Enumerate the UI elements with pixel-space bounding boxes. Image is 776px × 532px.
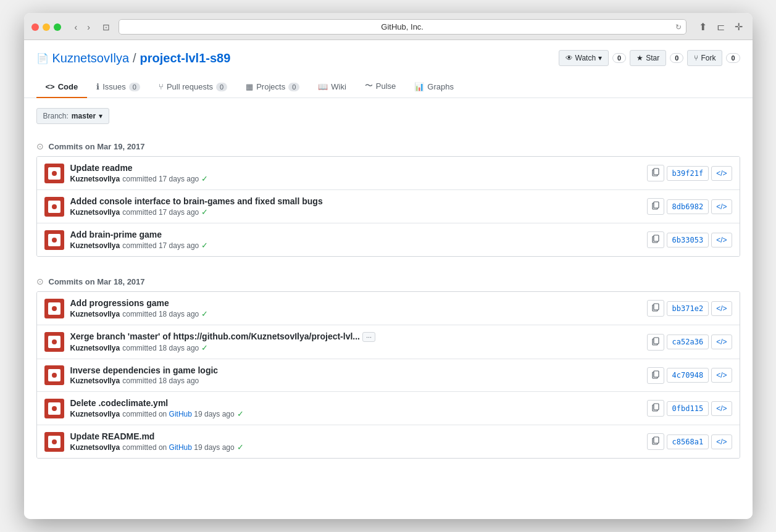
- branch-selector: Branch: master ▾: [36, 108, 740, 124]
- commit-author[interactable]: KuznetsovIlya: [70, 208, 120, 217]
- commit-author[interactable]: KuznetsovIlya: [70, 175, 120, 183]
- svg-rect-11: [654, 371, 659, 377]
- commit-message[interactable]: Inverse dependencies in game logic: [70, 365, 641, 375]
- tab-projects[interactable]: ▦ Projects 0: [236, 77, 309, 98]
- copy-hash-button[interactable]: [647, 165, 664, 181]
- share-button[interactable]: ⬆: [696, 20, 709, 34]
- github-link[interactable]: GitHub: [169, 443, 192, 452]
- copy-hash-button[interactable]: [647, 367, 664, 384]
- commit-message[interactable]: Added console interface to brain-games a…: [70, 196, 641, 206]
- copy-hash-button[interactable]: [647, 231, 664, 248]
- page-content: 📄 KuznetsovIlya / project-lvl1-s89 👁 Wat…: [24, 40, 753, 519]
- projects-icon: ▦: [246, 82, 253, 91]
- minimize-button[interactable]: [43, 23, 50, 31]
- repo-owner-link[interactable]: KuznetsovIlya: [52, 51, 130, 65]
- browse-code-button[interactable]: </>: [711, 166, 732, 181]
- tab-view-button[interactable]: ⊡: [99, 21, 114, 33]
- close-button[interactable]: [31, 23, 39, 31]
- commit-author[interactable]: KuznetsovIlya: [70, 443, 120, 452]
- browse-code-button[interactable]: </>: [711, 199, 732, 214]
- watch-button[interactable]: 👁 Watch ▾: [559, 50, 609, 66]
- commit-meta-text: committed 17 days ago: [122, 208, 199, 217]
- commit-author[interactable]: KuznetsovIlya: [70, 376, 120, 385]
- tab-pullrequests[interactable]: ⑂ Pull requests 0: [149, 77, 236, 98]
- browse-code-button[interactable]: </>: [711, 301, 732, 316]
- tab-pulse[interactable]: 〜 Pulse: [356, 75, 406, 98]
- browse-code-button[interactable]: </>: [711, 401, 732, 416]
- fullscreen-button[interactable]: [54, 23, 61, 31]
- star-count: 0: [670, 53, 683, 63]
- browse-code-button[interactable]: </>: [711, 368, 732, 383]
- svg-rect-3: [654, 202, 659, 208]
- commit-hash-button[interactable]: c8568a1: [667, 434, 709, 449]
- watch-label: Watch: [575, 54, 596, 62]
- commit-item: Xerge branch 'master' of https://github.…: [37, 325, 740, 359]
- commit-meta: KuznetsovIlya committed 17 days ago ✓: [70, 174, 641, 183]
- tab-graphs[interactable]: 📊 Graphs: [405, 77, 463, 98]
- commit-meta-text: committed 18 days ago: [122, 344, 199, 352]
- browse-code-button[interactable]: </>: [711, 434, 732, 449]
- repo-header: 📄 KuznetsovIlya / project-lvl1-s89 👁 Wat…: [24, 40, 753, 98]
- commit-group-title-0: Commits on Mar 19, 2017: [49, 142, 145, 151]
- svg-rect-13: [654, 404, 659, 410]
- browser-window: ‹ › ⊡ 🔒 GitHub, Inc. ↻ ⬆ ⊏ ✛ 📄 Kuznetsov…: [24, 13, 753, 519]
- watch-count: 0: [612, 53, 626, 63]
- commit-author[interactable]: KuznetsovIlya: [70, 410, 120, 418]
- commit-item: Added console interface to brain-games a…: [37, 190, 740, 223]
- traffic-lights: [31, 23, 61, 31]
- tab-issues[interactable]: ℹ Issues 0: [87, 77, 149, 98]
- github-link[interactable]: GitHub: [169, 410, 192, 418]
- tab-code[interactable]: <> Code: [36, 77, 88, 98]
- branch-button[interactable]: Branch: master ▾: [36, 108, 110, 124]
- sidebar-button[interactable]: ⊏: [714, 20, 727, 34]
- commit-message[interactable]: Add progressions game: [70, 298, 641, 308]
- commit-hash-button[interactable]: 6b33053: [667, 233, 709, 247]
- browse-code-button[interactable]: </>: [711, 233, 732, 247]
- commit-item: Delete .codeclimate.yml KuznetsovIlya co…: [37, 392, 740, 425]
- commit-actions: 8db6982 </>: [647, 198, 732, 215]
- avatar: [44, 432, 64, 452]
- commit-actions: ca52a36 </>: [647, 334, 732, 351]
- copy-hash-button[interactable]: [647, 334, 664, 351]
- eye-icon: 👁: [565, 54, 573, 62]
- commit-hash-button[interactable]: 8db6982: [667, 199, 709, 214]
- repo-name-link[interactable]: project-lvl1-s89: [140, 51, 231, 65]
- reload-icon[interactable]: ↻: [675, 23, 682, 31]
- commit-hash-button[interactable]: 4c70948: [667, 368, 709, 383]
- star-button[interactable]: ★ Star: [630, 50, 666, 66]
- fork-count: 0: [726, 53, 740, 63]
- commit-message[interactable]: Update README.md: [70, 431, 641, 441]
- commit-message[interactable]: Add brain-prime game: [70, 230, 641, 239]
- tab-graphs-label: Graphs: [427, 82, 454, 91]
- browse-code-button[interactable]: </>: [711, 335, 732, 349]
- repo-icon: 📄: [36, 52, 49, 64]
- copy-hash-button[interactable]: [647, 198, 664, 215]
- commit-author[interactable]: KuznetsovIlya: [70, 241, 120, 250]
- svg-rect-15: [654, 437, 659, 443]
- commit-hash-button[interactable]: bb371e2: [667, 301, 709, 316]
- copy-hash-button[interactable]: [647, 300, 664, 317]
- commit-item: Update README.md KuznetsovIlya committed…: [37, 425, 740, 458]
- copy-hash-button[interactable]: [647, 433, 664, 450]
- avatar: [44, 230, 64, 250]
- commit-hash-button[interactable]: b39f21f: [667, 166, 709, 181]
- forward-button[interactable]: ›: [83, 21, 94, 33]
- commit-author[interactable]: KuznetsovIlya: [70, 344, 120, 352]
- new-tab-button[interactable]: ✛: [732, 20, 745, 34]
- branch-label: Branch:: [43, 112, 69, 120]
- ellipsis-button[interactable]: ···: [362, 332, 375, 342]
- address-bar[interactable]: GitHub, Inc.: [119, 19, 686, 35]
- fork-button[interactable]: ⑂ Fork: [687, 50, 722, 66]
- commit-meta-text: committed 18 days ago: [122, 310, 199, 318]
- copy-hash-button[interactable]: [647, 400, 664, 417]
- commit-message[interactable]: Xerge branch 'master' of https://github.…: [70, 331, 641, 342]
- back-button[interactable]: ‹: [71, 21, 81, 33]
- commit-hash-button[interactable]: 0fbd115: [667, 401, 709, 416]
- commit-message[interactable]: Delete .codeclimate.yml: [70, 398, 641, 408]
- tab-wiki[interactable]: 📖 Wiki: [309, 77, 356, 98]
- commit-hash-button[interactable]: ca52a36: [667, 335, 709, 349]
- check-icon: ✓: [201, 207, 208, 217]
- commit-author[interactable]: KuznetsovIlya: [70, 310, 120, 318]
- commit-actions: 4c70948 </>: [647, 367, 732, 384]
- commit-message[interactable]: Update readme: [70, 163, 641, 173]
